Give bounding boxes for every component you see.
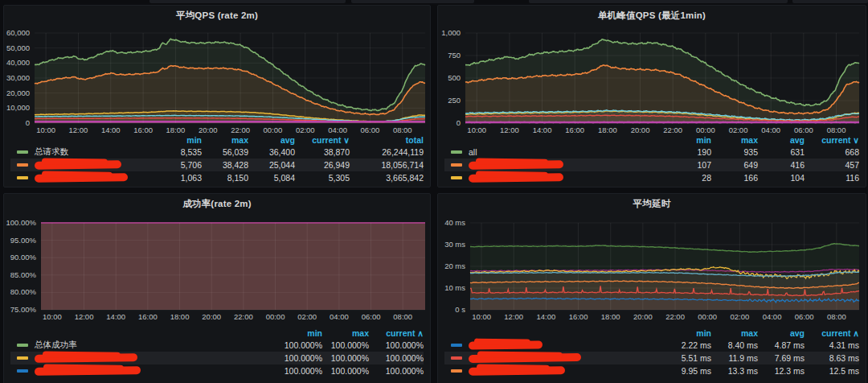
legend-value: 18,056,714	[350, 160, 424, 170]
x-axis-tick-label: 18:00	[158, 126, 193, 134]
series-color-swatch[interactable]	[451, 150, 462, 154]
y-axis-tick-label: 75.00%	[0, 306, 36, 314]
series-label[interactable]	[469, 354, 665, 362]
series-label[interactable]	[35, 174, 155, 182]
series-label[interactable]: 总请求数	[35, 146, 155, 158]
panel-title-peak-qps[interactable]: 单机峰值QPS (最近1min)	[438, 10, 866, 22]
legend-col-avg[interactable]: avg	[758, 135, 805, 145]
series-label[interactable]	[35, 367, 276, 375]
legend-col-current[interactable]: current ∨	[295, 135, 350, 145]
legend-col-total[interactable]: total	[350, 135, 424, 145]
redaction-scribble	[469, 340, 542, 349]
series-label[interactable]	[469, 161, 665, 169]
x-axis-tick-label: 18:00	[162, 312, 198, 321]
x-axis-tick-label: 00:00	[258, 312, 293, 321]
redaction-scribble	[469, 353, 581, 363]
x-axis-tick-label: 00:00	[255, 126, 290, 134]
x-axis-tick-label: 20:00	[190, 126, 226, 134]
legend-value: 100.000%	[276, 340, 322, 350]
series-color-swatch[interactable]	[451, 369, 462, 373]
y-axis-tick-label: 100.00%	[0, 219, 36, 227]
y-axis-tick-label: 85.00%	[0, 271, 36, 279]
series-color-swatch[interactable]	[451, 356, 462, 360]
series-label[interactable]	[35, 354, 276, 362]
series-color-swatch[interactable]	[17, 176, 28, 179]
series-label[interactable]	[469, 367, 665, 375]
chart-avg-latency[interactable]: 0 s10 ms20 ms30 ms40 ms10:0012:0014:0016…	[470, 223, 859, 310]
x-axis-tick-label: 10:00	[28, 126, 63, 134]
legend-col-current[interactable]: current ∧	[369, 328, 424, 338]
series-label[interactable]	[35, 161, 155, 169]
legend-col-avg[interactable]: avg	[758, 328, 805, 338]
series-label[interactable]: all	[469, 147, 665, 157]
legend-col-min[interactable]: min	[155, 135, 202, 145]
y-axis-tick-label: 95.00%	[0, 237, 36, 245]
legend-col-max[interactable]: max	[711, 328, 758, 338]
legend-value: 631	[758, 147, 805, 157]
legend-value: 116	[805, 173, 859, 183]
legend-col-min[interactable]: min	[665, 135, 711, 145]
legend-row: 28166104116	[444, 171, 859, 184]
series-color-swatch[interactable]	[17, 356, 28, 360]
legend-value: 12.5 ms	[805, 366, 859, 376]
legend-value: 100.000%	[322, 353, 369, 363]
legend-row: 107649416457	[444, 159, 859, 171]
x-axis-tick-label: 08:00	[819, 126, 854, 134]
legend-value: 4.87 ms	[758, 340, 805, 350]
series-color-swatch[interactable]	[451, 176, 462, 179]
legend-value: 8.40 ms	[711, 340, 758, 350]
series-color-swatch[interactable]	[17, 369, 28, 373]
y-axis-tick-label: 500	[419, 74, 461, 82]
panel-title-success-rate[interactable]: 成功率(rate 2m)	[4, 198, 430, 210]
legend-value: 100.000%	[369, 353, 424, 363]
chart-peak-qps[interactable]: 02505007501,00010:0012:0014:0016:0018:00…	[465, 33, 859, 123]
cropped-panel-above	[351, 0, 474, 3]
x-axis-tick-label: 02:00	[288, 126, 323, 134]
legend-col-max[interactable]: max	[202, 135, 248, 145]
legend-col-current[interactable]: current ∨	[805, 135, 859, 145]
series-color-swatch[interactable]	[451, 163, 462, 167]
y-axis-tick-label: 50,000	[0, 44, 30, 52]
redaction-scribble	[35, 173, 128, 183]
series-label[interactable]: 总体成功率	[35, 340, 276, 351]
series-color-swatch[interactable]	[17, 344, 28, 347]
x-axis-tick-label: 22:00	[223, 126, 258, 134]
y-axis-tick-label: 0	[419, 119, 461, 127]
legend-value: 38,428	[202, 160, 248, 170]
legend-value: 5,084	[248, 173, 295, 183]
cropped-panel-above	[529, 0, 788, 3]
series-color-swatch[interactable]	[17, 150, 28, 154]
legend-col-avg[interactable]: avg	[248, 135, 295, 145]
legend-col-max[interactable]: max	[322, 328, 369, 338]
x-axis-tick-label: 08:00	[385, 312, 420, 321]
x-axis-tick-label: 12:00	[67, 312, 102, 321]
legend-row: 5,70638,42825,04426,94918,056,714	[10, 159, 424, 171]
series-color-swatch[interactable]	[17, 163, 28, 167]
legend-col-current[interactable]: current ∧	[805, 328, 859, 338]
x-axis-tick-label: 16:00	[130, 312, 166, 321]
chart-avg-qps[interactable]: 010,00020,00030,00040,00050,00060,00010:…	[35, 33, 425, 123]
legend-value: 668	[805, 147, 859, 157]
series-color-swatch[interactable]	[451, 344, 462, 347]
x-axis-tick-label: 10:00	[459, 126, 494, 134]
legend-value: 100.000%	[369, 340, 424, 350]
legend-value: 36,400	[248, 147, 295, 157]
series-label[interactable]	[469, 341, 665, 349]
legend-value: 25,044	[248, 160, 295, 170]
legend-col-min[interactable]: min	[665, 328, 711, 338]
x-axis-tick-label: 06:00	[787, 312, 822, 321]
legend-col-max[interactable]: max	[711, 135, 758, 145]
legend-row: 总请求数8,53556,03936,40038,87026,244,119	[10, 146, 424, 159]
series-label[interactable]	[469, 174, 665, 182]
legend-col-min[interactable]: min	[276, 328, 322, 338]
chart-success-rate[interactable]: 75.00%80.00%85.00%90.00%95.00%100.00%10:…	[41, 223, 425, 310]
x-axis-tick-label: 16:00	[561, 312, 596, 321]
y-axis-tick-label: 0 s	[424, 306, 465, 314]
legend-value: 104	[758, 173, 805, 183]
panel-title-avg-qps[interactable]: 平均QPS (rate 2m)	[4, 10, 430, 22]
legend-value: 100.000%	[276, 366, 322, 376]
grafana-dashboard: 平均QPS (rate 2m) 010,00020,00030,00040,00…	[0, 0, 868, 383]
panel-title-avg-latency[interactable]: 平均延时	[438, 198, 866, 210]
x-axis-tick-label: 18:00	[590, 126, 625, 134]
x-axis-tick-label: 00:00	[690, 312, 725, 321]
